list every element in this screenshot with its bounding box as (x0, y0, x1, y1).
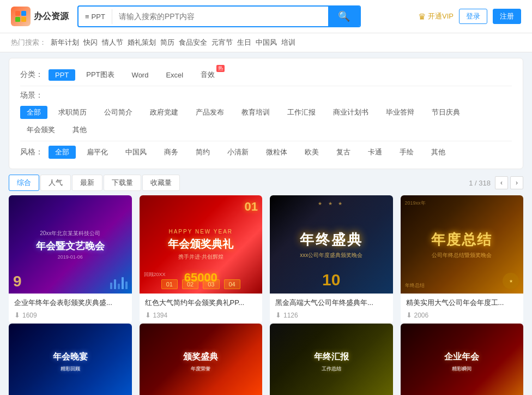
hot-search-bar: 热门搜索： 新年计划 快闪 情人节 婚礼策划 简历 食品安全 元宵节 生日 中国… (0, 33, 532, 52)
card-4-downloads: 2006 (414, 312, 429, 319)
prev-page-button[interactable]: ‹ (495, 176, 508, 189)
category-row: 分类： PPT PPT图表 Word Excel 音效 (20, 65, 512, 85)
card-2-line2: 携手并进·共创辉煌 (178, 253, 223, 261)
hot-tag-4[interactable]: 简历 (160, 38, 174, 47)
scene-tag-other[interactable]: 其他 (66, 123, 93, 136)
category-tag-audio[interactable]: 音效 (194, 68, 221, 81)
scene-tag-biz[interactable]: 商业计划书 (327, 106, 375, 119)
bottom-card-3-thumb: 年终汇报工作总结 (270, 324, 393, 395)
category-label: 分类： (20, 70, 43, 80)
scene-tag-grad[interactable]: 毕业答辩 (379, 106, 421, 119)
search-type-button[interactable]: ≡ PPT (78, 9, 112, 24)
hot-tag-5[interactable]: 食品安全 (179, 38, 207, 47)
style-tag-fresh[interactable]: 小清新 (221, 146, 255, 159)
card-2-line0: HAPPY NEW YEAR (168, 229, 233, 235)
scene-tag-product[interactable]: 产品发布 (189, 106, 231, 119)
vip-label: 开通VIP (428, 11, 454, 21)
hot-tag-3[interactable]: 婚礼策划 (128, 38, 156, 47)
scene-tag-company[interactable]: 公司简介 (98, 106, 139, 119)
style-tag-simple[interactable]: 简约 (189, 146, 216, 159)
sort-popular[interactable]: 人气 (40, 175, 71, 191)
card-2-thumb-overlay: HAPPY NEW YEAR 年会颁奖典礼 携手并进·共创辉煌 01 02 03… (140, 195, 263, 294)
download-icon-4: ⬇ (406, 311, 412, 319)
hot-tag-7[interactable]: 生日 (237, 38, 251, 47)
download-icon-1: ⬇ (14, 311, 20, 319)
card-3-title: 黑金高端大气公司年终盛典年... (275, 298, 388, 308)
register-button[interactable]: 注册 (493, 9, 521, 24)
style-tag-chinese[interactable]: 中国风 (119, 146, 153, 159)
search-input[interactable] (112, 9, 328, 24)
style-label: 风格： (20, 147, 43, 157)
card-2-downloads: 1394 (153, 312, 168, 319)
style-tag-particle[interactable]: 微粒体 (259, 146, 294, 159)
category-tag-word[interactable]: Word (125, 69, 155, 81)
scene-label: 场景： (20, 91, 43, 100)
search-button[interactable]: 🔍 (328, 7, 360, 26)
menu-icon: ≡ (85, 13, 89, 21)
category-tag-ppt[interactable]: PPT (49, 69, 75, 81)
category-tags: PPT PPT图表 Word Excel 音效 (49, 68, 221, 81)
card-3[interactable]: 年终盛典 xxx公司年度盛典颁奖晚会 ★ ★ ★ 10 黑金高端大气公司年终盛典… (270, 195, 393, 324)
card-2-meta: ⬇ 1394 (145, 311, 257, 319)
style-tag-biz[interactable]: 商务 (158, 146, 185, 159)
scene-tag-gov[interactable]: 政府党建 (143, 106, 185, 119)
card-4-thumb: 年度总结 公司年终总结暨颁奖晚会 2019xx年 ★ 年终总结 (401, 195, 524, 294)
style-tag-retro[interactable]: 复古 (330, 146, 357, 159)
scene-tag-work[interactable]: 工作汇报 (281, 106, 322, 119)
card-1-thumb-line2: 2019-01-06 (58, 254, 83, 260)
bottom-card-2[interactable]: 颁奖盛典年度荣誉 (140, 324, 263, 395)
card-1-thumb-line1: 年会暨文艺晚会 (36, 240, 105, 253)
sort-downloads[interactable]: 下载量 (104, 175, 141, 191)
vip-button[interactable]: ♛ 开通VIP (418, 11, 454, 22)
card-1-decoration: 9 (13, 274, 128, 289)
style-tag-other[interactable]: 其他 (425, 146, 452, 159)
search-type-label: PPT (92, 13, 105, 21)
logo-icon (11, 7, 31, 26)
login-button[interactable]: 登录 (459, 9, 487, 24)
category-tag-pptchart[interactable]: PPT图表 (80, 68, 120, 81)
style-tag-all[interactable]: 全部 (49, 146, 76, 159)
svg-rect-0 (15, 11, 20, 16)
card-1[interactable]: 20xx年北京某某科技公司 年会暨文艺晚会 2019-01-06 9 企业 (9, 195, 132, 324)
style-tag-hand[interactable]: 手绘 (393, 146, 420, 159)
style-tag-western[interactable]: 欧美 (298, 146, 325, 159)
hot-tag-9[interactable]: 培训 (281, 38, 295, 47)
card-1-downloads: 1609 (22, 312, 37, 319)
card-4-line1: 公司年终总结暨颁奖晚会 (432, 252, 492, 259)
card-1-meta: ⬇ 1609 (14, 311, 126, 319)
style-tag-cartoon[interactable]: 卡通 (361, 146, 389, 159)
scene-tag-edu[interactable]: 教育培训 (235, 106, 276, 119)
card-2[interactable]: HAPPY NEW YEAR 年会颁奖典礼 携手并进·共创辉煌 01 02 03… (140, 195, 263, 324)
category-tag-excel[interactable]: Excel (159, 69, 190, 81)
scene-tag-resume[interactable]: 求职简历 (52, 106, 93, 119)
next-page-button[interactable]: › (510, 176, 523, 189)
hot-tag-0[interactable]: 新年计划 (51, 38, 79, 47)
crown-icon: ♛ (418, 11, 426, 22)
card-3-thumb-overlay: 年终盛典 xxx公司年度盛典颁奖晚会 ★ ★ ★ 10 (270, 195, 393, 294)
page-info: 1 / 318 (469, 179, 491, 187)
hot-tag-1[interactable]: 快闪 (83, 38, 98, 47)
card-2-info: 红色大气简约年会颁奖典礼PP... ⬇ 1394 (140, 294, 263, 324)
bottom-card-4[interactable]: 企业年会精彩瞬间 (401, 324, 524, 395)
bottom-card-3[interactable]: 年终汇报工作总结 (270, 324, 393, 395)
scene-tag-annual[interactable]: 年会颁奖 (20, 123, 62, 136)
card-2-line1: 年会颁奖典礼 (168, 237, 233, 252)
card-4[interactable]: 年度总结 公司年终总结暨颁奖晚会 2019xx年 ★ 年终总结 精美实用大气公司… (401, 195, 524, 324)
card-3-meta: ⬇ 1126 (275, 311, 388, 319)
scene-tag-festival[interactable]: 节日庆典 (425, 106, 467, 119)
logo[interactable]: 办公资源 (11, 7, 69, 26)
card-grid: 20xx年北京某某科技公司 年会暨文艺晚会 2019-01-06 9 企业 (9, 195, 523, 324)
sort-newest[interactable]: 最新 (72, 175, 102, 191)
style-tag-flat[interactable]: 扁平化 (80, 146, 114, 159)
sort-favorites[interactable]: 收藏量 (142, 175, 180, 191)
card-1-thumb-overlay: 20xx年北京某某科技公司 年会暨文艺晚会 2019-01-06 9 (9, 195, 132, 294)
card-1-thumb-line0: 20xx年北京某某科技公司 (40, 230, 100, 237)
card-3-thumb: 年终盛典 xxx公司年度盛典颁奖晚会 ★ ★ ★ 10 (270, 195, 393, 294)
card-3-info: 黑金高端大气公司年终盛典年... ⬇ 1126 (270, 294, 393, 324)
scene-tag-all[interactable]: 全部 (20, 106, 47, 119)
hot-tag-6[interactable]: 元宵节 (211, 38, 233, 47)
hot-tag-8[interactable]: 中国风 (256, 38, 277, 47)
hot-tag-2[interactable]: 情人节 (102, 38, 123, 47)
bottom-card-1[interactable]: 年会晚宴精彩回顾 (9, 324, 132, 395)
sort-comprehensive[interactable]: 综合 (9, 175, 39, 191)
